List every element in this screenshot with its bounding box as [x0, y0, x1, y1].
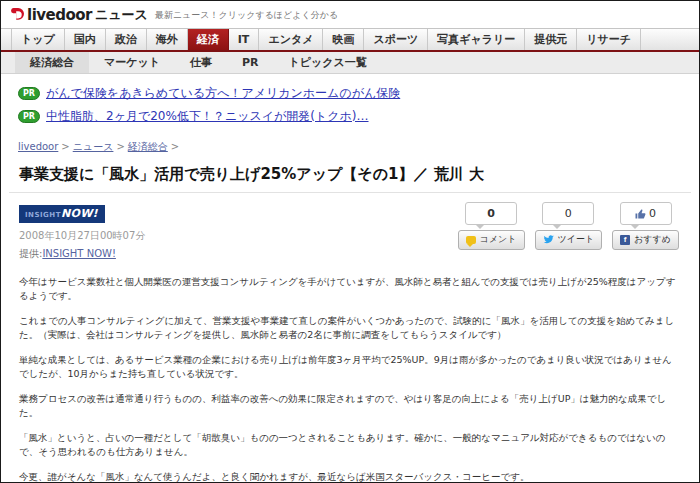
nav-tab-movie[interactable]: 映画: [323, 29, 364, 50]
pr-badge-icon: PR: [18, 110, 40, 123]
provider-label: 提供:: [19, 248, 42, 259]
comment-button[interactable]: コメント: [458, 230, 525, 250]
livedoor-logo[interactable]: livedoor ニュース: [11, 6, 148, 24]
nav-tab-politics[interactable]: 政治: [106, 29, 147, 50]
pr-ad-links: PR がんで保険をあきらめている方へ！アメリカンホームのがん保険 PR 中性脂肪…: [1, 74, 699, 133]
comment-widget: 0 コメント: [458, 202, 525, 250]
tweet-button[interactable]: ツイート: [535, 230, 603, 250]
facebook-icon: [620, 235, 630, 245]
nav-tab-overseas[interactable]: 海外: [147, 29, 188, 50]
article-body: 今年はサービス業数社と個人開業医の運営支援コンサルティングを手がけていますが、風…: [1, 265, 699, 483]
nav-tab-sports[interactable]: スポーツ: [364, 29, 428, 50]
ad-link-row[interactable]: PR がんで保険をあきらめている方へ！アメリカンホームのがん保険: [18, 85, 699, 102]
nav-tab-it[interactable]: IT: [229, 29, 260, 50]
article-provider: 提供:INSIGHT NOW!: [19, 247, 145, 261]
main-navigation: トップ 国内 政治 海外 経済 IT エンタメ 映画 スポーツ 写真ギャラリー …: [1, 28, 699, 52]
like-count-box: 0: [620, 202, 672, 225]
nav-tab-photo-gallery[interactable]: 写真ギャラリー: [428, 29, 525, 50]
article-paragraph: 今更、誰がそんな「風水」なんて使うんだよ、と良く聞かれますが、最近ならば米国スタ…: [19, 470, 681, 483]
subnav-item-pr[interactable]: PR: [227, 52, 274, 73]
subnav-item-topics-list[interactable]: トピックス一覧: [274, 52, 382, 73]
insight-now-logo-text: INSIGHT: [25, 211, 61, 219]
nav-tab-top[interactable]: トップ: [11, 29, 65, 50]
article-meta: INSIGHT NOW! 2008年10月27日00時07分 提供:INSIGH…: [9, 192, 691, 265]
like-count: 0: [649, 207, 656, 220]
tweet-widget: 0 ツイート: [535, 202, 603, 250]
insight-now-logo[interactable]: INSIGHT NOW!: [19, 205, 105, 223]
twitter-bird-icon: [543, 235, 554, 244]
masthead: livedoor ニュース 最新ニュース！クリックするほどよく分かる: [1, 1, 699, 28]
breadcrumb-economy-general[interactable]: 経済総合: [128, 141, 168, 152]
like-widget: 0 おすすめ: [612, 202, 679, 250]
livedoor-news-page: livedoor ニュース 最新ニュース！クリックするほどよく分かる トップ 国…: [0, 0, 700, 483]
article-meta-left: INSIGHT NOW! 2008年10月27日00時07分 提供:INSIGH…: [19, 202, 145, 261]
ad-link-row[interactable]: PR 中性脂肪、2ヶ月で20%低下！？ニッスイが開発(トクホ)…: [18, 108, 699, 125]
recommend-button-label: おすすめ: [634, 233, 671, 246]
article-paragraph: 単純な成果としては、あるサービス業種の企業における売り上げは前年度3ヶ月平均で2…: [19, 353, 681, 381]
breadcrumb-separator: >: [116, 141, 124, 152]
logo-text: livedoor: [27, 6, 92, 24]
article-paragraph: 今年はサービス業数社と個人開業医の運営支援コンサルティングを手がけていますが、風…: [19, 275, 681, 303]
breadcrumb-separator: >: [171, 141, 179, 152]
sub-navigation: 経済総合 マーケット 仕事 PR トピックス一覧: [1, 52, 699, 74]
comment-count: 0: [465, 202, 517, 225]
nav-tab-economy[interactable]: 経済: [188, 29, 229, 50]
article-date: 2008年10月27日00時07分: [19, 229, 145, 243]
thumbs-up-icon: [635, 209, 646, 219]
breadcrumb-livedoor[interactable]: livedoor: [18, 141, 58, 152]
article-paragraph: 業務プロセスの改善は通常通り行うものの、利益率の改善への効果に限定されますので、…: [19, 392, 681, 420]
breadcrumb-separator: >: [61, 141, 69, 152]
site-tagline: 最新ニュース！クリックするほどよく分かる: [155, 7, 338, 22]
article-paragraph: これまでの人事コンサルティングに加えて、営業支援や事業建て直しの案件がいくつかあ…: [19, 314, 681, 342]
article-paragraph: 「風水」というと、占いの一種だとして「胡散臭い」ものの一つとされることもあります…: [19, 431, 681, 459]
tweet-button-label: ツイート: [558, 233, 595, 246]
page-title: 事業支援に「風水」活用で売り上げ25%アップ【その1】／ 荒川 大: [1, 165, 699, 184]
nav-tab-domestic[interactable]: 国内: [65, 29, 106, 50]
speech-bubble-icon: [466, 236, 476, 244]
logo-section-text: ニュース: [95, 6, 148, 24]
provider-link[interactable]: INSIGHT NOW!: [42, 248, 116, 259]
pr-badge-icon: PR: [18, 87, 40, 100]
subnav-item-market[interactable]: マーケット: [89, 52, 175, 73]
tweet-count: 0: [542, 202, 594, 225]
ad-link-cancer-insurance[interactable]: がんで保険をあきらめている方へ！アメリカンホームのがん保険: [46, 85, 400, 102]
subnav-item-work[interactable]: 仕事: [175, 52, 227, 73]
nav-tab-entertainment[interactable]: エンタメ: [259, 29, 323, 50]
comment-button-label: コメント: [480, 233, 517, 246]
livedoor-logo-icon: [11, 7, 24, 22]
subnav-item-economy-general[interactable]: 経済総合: [15, 52, 89, 73]
social-buttons: 0 コメント 0 ツイート: [458, 202, 683, 250]
recommend-button[interactable]: おすすめ: [612, 230, 679, 250]
ad-link-neutral-fat[interactable]: 中性脂肪、2ヶ月で20%低下！？ニッスイが開発(トクホ)…: [46, 108, 368, 125]
breadcrumb: livedoor>ニュース>経済総合>: [1, 133, 699, 156]
nav-tab-research[interactable]: リサーチ: [577, 29, 641, 50]
nav-tab-providers[interactable]: 提供元: [525, 29, 577, 50]
insight-now-logo-text: NOW!: [61, 207, 98, 220]
breadcrumb-news[interactable]: ニュース: [73, 141, 114, 152]
